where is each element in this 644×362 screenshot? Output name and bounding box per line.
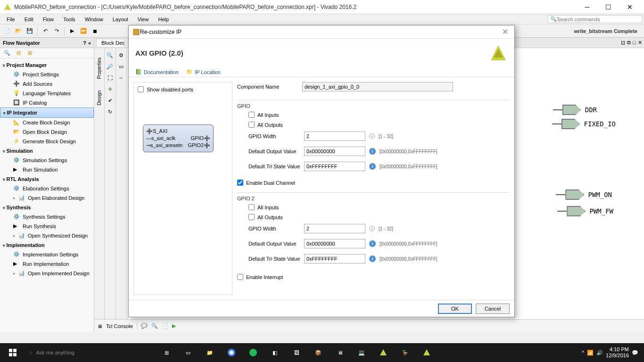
nav-run-implementation[interactable]: ▶Run Implementation: [0, 259, 94, 269]
close-panel-icon[interactable]: ✕: [638, 40, 642, 46]
taskbar-app[interactable]: 🖥: [329, 343, 351, 362]
start-button[interactable]: [2, 343, 24, 362]
search-console-icon[interactable]: 🔍: [151, 323, 158, 329]
minimize-button[interactable]: ─: [577, 0, 598, 14]
all-outputs-checkbox[interactable]: [248, 122, 255, 128]
cortana-search[interactable]: ○Ask me anything: [24, 343, 156, 362]
ip-location-link[interactable]: 📁IP Location: [186, 69, 221, 75]
nav-run-simulation[interactable]: ▶Run Simulation: [0, 165, 94, 174]
add-ip-icon[interactable]: ✚: [105, 84, 115, 94]
comp-name-input[interactable]: [302, 82, 453, 91]
save-icon[interactable]: 💾: [25, 26, 35, 36]
port-pwm-on[interactable]: PWM_ON: [556, 189, 612, 200]
tray-network-icon[interactable]: 📶: [587, 350, 594, 356]
info-icon[interactable]: i: [369, 240, 376, 247]
log-icon[interactable]: 📄: [162, 323, 168, 329]
taskbar-app[interactable]: 🖼: [286, 343, 307, 362]
expand-icon[interactable]: ⊟: [13, 48, 24, 58]
search-commands[interactable]: 🔍: [548, 15, 642, 23]
tool-icon[interactable]: ↔: [116, 73, 126, 83]
validate-icon[interactable]: ✔: [105, 95, 115, 106]
taskbar-app[interactable]: 🦆: [394, 343, 416, 362]
gpio-dts-input[interactable]: [304, 162, 365, 171]
info-icon[interactable]: i: [369, 148, 376, 155]
clear-icon[interactable]: ✕: [369, 133, 375, 139]
taskbar-vivado[interactable]: [372, 343, 394, 362]
run-icon[interactable]: ▶: [67, 26, 77, 36]
menu-window[interactable]: Window: [80, 16, 108, 23]
run-all-icon[interactable]: ⏩: [78, 26, 89, 36]
tab-block-design[interactable]: Block Design: [96, 39, 124, 47]
tool-icon[interactable]: ▭: [116, 61, 126, 72]
taskbar-chrome[interactable]: [221, 343, 242, 362]
dialog-close-button[interactable]: ✕: [499, 26, 511, 38]
nav-section-synthesis[interactable]: Synthesis: [0, 203, 94, 212]
collapse-icon[interactable]: «: [88, 40, 91, 46]
enable-dual-checkbox[interactable]: [237, 180, 243, 186]
taskbar-app[interactable]: ▭: [177, 343, 199, 362]
notifications-icon[interactable]: 💬: [632, 350, 638, 356]
menu-tools[interactable]: Tools: [58, 16, 80, 23]
taskbar-explorer[interactable]: 📁: [199, 343, 221, 362]
zoom-out-icon[interactable]: 🔎: [105, 61, 115, 72]
regenerate-icon[interactable]: ↻: [105, 107, 115, 117]
nav-run-synthesis[interactable]: ▶Run Synthesis: [0, 222, 94, 231]
new-icon[interactable]: 📄: [2, 26, 12, 36]
tray-volume-icon[interactable]: 🔊: [596, 350, 603, 356]
port-fixed-io[interactable]: FIXED_IO: [552, 119, 616, 129]
menu-file[interactable]: File: [2, 16, 20, 23]
gpio2-dov-input[interactable]: [304, 239, 365, 248]
gpio2-width-input[interactable]: [304, 224, 365, 233]
close-button[interactable]: ✕: [619, 0, 640, 14]
clock[interactable]: 4:10 PM 12/9/2016: [606, 346, 629, 359]
vtab-properties[interactable]: Properties: [96, 53, 103, 84]
enable-interrupt-checkbox[interactable]: [237, 274, 243, 280]
port-ddr[interactable]: DDR: [553, 105, 597, 115]
collapse-all-icon[interactable]: ⊞: [25, 48, 35, 58]
all-inputs-checkbox[interactable]: [248, 112, 255, 118]
nav-open-elaborated[interactable]: ▸📊Open Elaborated Design: [0, 193, 94, 203]
gpio-dov-input[interactable]: [304, 147, 365, 156]
nav-open-implemented[interactable]: ▸📊Open Implemented Design: [0, 269, 94, 278]
maximize-button[interactable]: ☐: [598, 0, 619, 14]
search-input[interactable]: [557, 16, 640, 22]
port-pwm-fw[interactable]: PWM_FW: [557, 206, 613, 216]
all-outputs2-checkbox[interactable]: [248, 214, 255, 220]
show-disabled-checkbox[interactable]: [138, 86, 144, 92]
nav-implementation-settings[interactable]: ⚙️Implementation Settings: [0, 250, 94, 259]
taskbar-spotify[interactable]: [242, 343, 264, 362]
help-icon[interactable]: ?: [83, 40, 86, 46]
tcl-console-tab[interactable]: Tcl Console: [106, 323, 133, 329]
all-inputs2-checkbox[interactable]: [248, 204, 255, 210]
restore-icon[interactable]: ⊡: [621, 40, 625, 46]
open-icon[interactable]: 📂: [13, 26, 24, 36]
vtab-design[interactable]: Design: [96, 86, 103, 110]
menu-view[interactable]: View: [133, 16, 154, 23]
nav-section-ip-integrator[interactable]: IP Integrator: [0, 107, 94, 118]
ok-button[interactable]: OK: [438, 304, 472, 314]
tray-chevron-icon[interactable]: ^: [582, 350, 584, 355]
nav-section-project-manager[interactable]: Project Manager: [0, 60, 94, 70]
float-icon[interactable]: ⧉: [627, 40, 631, 46]
menu-help[interactable]: Help: [153, 16, 173, 23]
nav-project-settings[interactable]: ⚙️Project Settings: [0, 70, 94, 79]
nav-simulation-settings[interactable]: ⚙️Simulation Settings: [0, 156, 94, 165]
undo-icon[interactable]: ↶: [40, 26, 50, 36]
stop-icon[interactable]: ⏹: [90, 26, 100, 36]
nav-generate-block-design[interactable]: ⚡Generate Block Design: [0, 137, 94, 146]
taskbar-vivado-2[interactable]: [416, 343, 438, 362]
nav-synthesis-settings[interactable]: ⚙️Synthesis Settings: [0, 212, 94, 222]
zoom-in-icon[interactable]: 🔍: [105, 50, 115, 60]
menu-layout[interactable]: Layout: [108, 16, 133, 23]
nav-add-sources[interactable]: ➕Add Sources: [0, 79, 94, 89]
taskbar-app[interactable]: 📦: [307, 343, 329, 362]
gpio2-dts-input[interactable]: [304, 254, 365, 263]
msg-icon[interactable]: 💬: [141, 323, 148, 329]
info-icon[interactable]: i: [369, 255, 376, 262]
documentation-link[interactable]: 📗Documentation: [135, 69, 179, 75]
menu-edit[interactable]: Edit: [20, 16, 38, 23]
clear-icon[interactable]: ✕: [369, 226, 375, 231]
task-view-button[interactable]: ⊞: [156, 343, 177, 362]
nav-elaboration-settings[interactable]: ⚙️Elaboration Settings: [0, 184, 94, 193]
info-icon[interactable]: i: [369, 163, 376, 170]
